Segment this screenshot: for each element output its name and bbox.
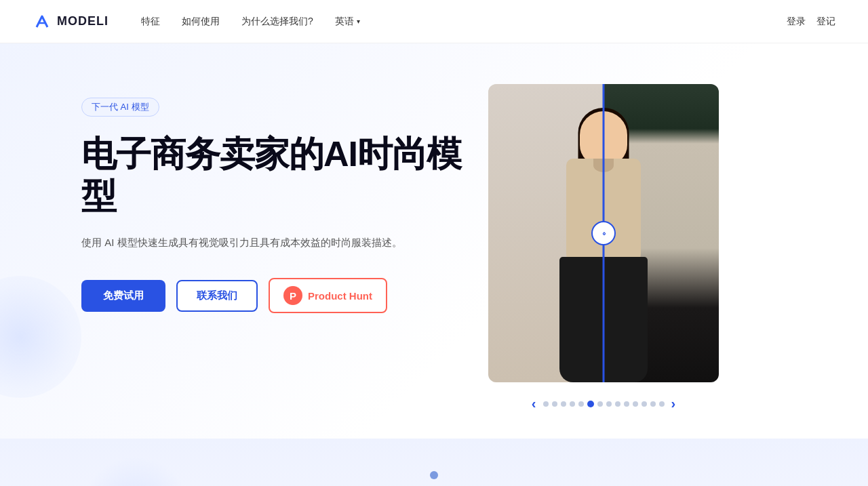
nav-language[interactable]: 英语 ▾ <box>335 16 360 28</box>
free-trial-button[interactable]: 免费试用 <box>81 280 165 312</box>
product-hunt-button[interactable]: P Product Hunt <box>269 278 387 313</box>
carousel-dot-5[interactable] <box>578 401 584 407</box>
product-hunt-icon: P <box>283 286 302 305</box>
register-button[interactable]: 登记 <box>816 16 835 28</box>
tutorial-dot-decoration <box>430 471 438 479</box>
carousel-next-button[interactable]: › <box>669 396 679 411</box>
tutorial-section: Tutorial for Modeli.ai <box>0 439 868 486</box>
navbar: MODELI 特征 如何使用 为什么选择我们? 英语 ▾ 登录 登记 <box>0 0 868 43</box>
nav-features[interactable]: 特征 <box>141 16 160 28</box>
carousel-dot-7[interactable] <box>597 401 603 407</box>
carousel-dot-indicators <box>543 401 665 407</box>
carousel-dot-2[interactable] <box>552 401 557 407</box>
logo[interactable]: MODELI <box>33 12 108 31</box>
carousel-prev-button[interactable]: ‹ <box>529 396 539 411</box>
nav-how-to-use[interactable]: 如何使用 <box>182 16 220 28</box>
carousel-dot-6[interactable] <box>587 401 594 407</box>
logo-icon <box>33 12 52 31</box>
hero-badge: 下一代 AI 模型 <box>81 98 159 117</box>
carousel-dot-9[interactable] <box>615 401 620 407</box>
carousel-dot-12[interactable] <box>642 401 647 407</box>
carousel-dot-1[interactable] <box>543 401 549 407</box>
carousel-dots: ‹ › <box>529 396 678 411</box>
nav-actions: 登录 登记 <box>787 16 835 28</box>
chevron-down-icon: ▾ <box>357 18 360 25</box>
login-button[interactable]: 登录 <box>787 16 806 28</box>
drag-arrows-icon: ‹› <box>602 229 604 237</box>
hero-image-area: ‹› ‹ › <box>488 84 719 411</box>
nav-links: 特征 如何使用 为什么选择我们? 英语 ▾ <box>141 16 787 28</box>
hero-content: 下一代 AI 模型 电子商务卖家的AI时尚模型 使用 AI 模型快速生成具有视觉… <box>81 84 461 313</box>
nav-why-us[interactable]: 为什么选择我们? <box>241 16 313 28</box>
carousel-dot-4[interactable] <box>570 401 575 407</box>
carousel-dot-10[interactable] <box>624 401 629 407</box>
logo-text: MODELI <box>57 14 108 28</box>
carousel-dot-3[interactable] <box>561 401 566 407</box>
hero-buttons: 免费试用 联系我们 P Product Hunt <box>81 278 461 313</box>
carousel-dot-11[interactable] <box>633 401 638 407</box>
hero-title: 电子商务卖家的AI时尚模型 <box>81 133 461 218</box>
contact-us-button[interactable]: 联系我们 <box>176 280 258 312</box>
carousel-dot-14[interactable] <box>659 401 665 407</box>
comparison-drag-handle[interactable]: ‹› <box>591 221 616 245</box>
hero-section: 下一代 AI 模型 电子商务卖家的AI时尚模型 使用 AI 模型快速生成具有视觉… <box>0 43 868 439</box>
carousel-dot-13[interactable] <box>650 401 656 407</box>
carousel-dot-8[interactable] <box>606 401 612 407</box>
hero-subtitle: 使用 AI 模型快速生成具有视觉吸引力且具有成本效益的时尚服装描述。 <box>81 234 407 251</box>
model-image-comparison[interactable]: ‹› <box>488 84 719 382</box>
